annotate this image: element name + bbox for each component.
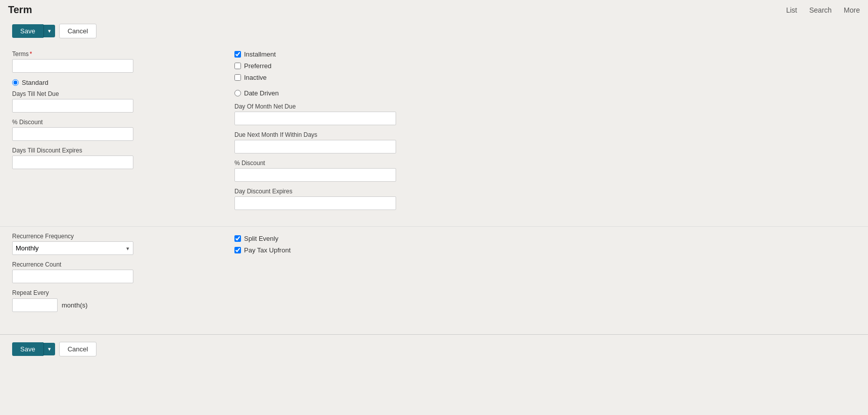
dropdown-arrow-icon-bottom: ▾ [48, 346, 51, 352]
due-next-month-input[interactable] [234, 140, 396, 153]
due-next-month-label: Due Next Month If Within Days [234, 131, 856, 138]
days-till-discount-expires-input[interactable] [12, 155, 133, 169]
pay-tax-upfront-checkbox[interactable] [234, 247, 241, 253]
day-discount-expires-input[interactable] [234, 196, 396, 210]
inactive-label[interactable]: Inactive [244, 74, 267, 81]
installment-checkbox-row: Installment [234, 50, 856, 58]
toolbar: Save ▾ Cancel [0, 20, 868, 44]
recurrence-count-label: Recurrence Count [12, 261, 204, 268]
form-col-right: Installment Preferred Inactive Date Driv… [224, 50, 856, 216]
bottom-action-bar: Save ▾ Cancel [0, 334, 868, 364]
day-discount-expires-group: Day Discount Expires [234, 188, 856, 210]
recurrence-frequency-group: Recurrence Frequency Monthly Weekly Dail… [12, 233, 204, 255]
days-till-net-due-group: Days Till Net Due [12, 90, 204, 113]
months-suffix-label: month(s) [62, 301, 87, 309]
percent-discount-left-label: % Discount [12, 119, 204, 126]
list-link[interactable]: List [786, 6, 797, 14]
cancel-button[interactable]: Cancel [59, 24, 97, 38]
page-title: Term [8, 4, 32, 16]
bottom-section: Recurrence Frequency Monthly Weekly Dail… [0, 227, 868, 324]
installment-checkbox[interactable] [234, 51, 241, 58]
days-till-discount-expires-label: Days Till Discount Expires [12, 147, 204, 154]
terms-label: Terms* [12, 50, 204, 58]
recurrence-frequency-select[interactable]: Monthly Weekly Daily Yearly [12, 241, 133, 255]
form-col-left: Terms* Standard Days Till Net Due % Disc… [12, 50, 204, 216]
repeat-every-group: Repeat Every month(s) [12, 289, 204, 312]
standard-label[interactable]: Standard [22, 79, 49, 86]
split-evenly-checkbox-row: Split Evenly [234, 235, 856, 242]
search-link[interactable]: Search [809, 6, 832, 14]
date-driven-radio-row: Date Driven [234, 89, 856, 97]
standard-radio-row: Standard [12, 79, 204, 86]
inactive-checkbox[interactable] [234, 74, 241, 81]
form-row: Terms* Standard Days Till Net Due % Disc… [12, 50, 856, 216]
due-next-month-group: Due Next Month If Within Days [234, 131, 856, 153]
day-of-month-net-due-label: Day Of Month Net Due [234, 103, 856, 110]
days-till-net-due-label: Days Till Net Due [12, 90, 204, 97]
percent-discount-right-label: % Discount [234, 160, 856, 167]
preferred-checkbox[interactable] [234, 63, 241, 69]
split-evenly-checkbox[interactable] [234, 235, 241, 242]
date-driven-label[interactable]: Date Driven [244, 89, 279, 97]
recurrence-left: Recurrence Frequency Monthly Weekly Dail… [12, 233, 204, 318]
cancel-button-bottom[interactable]: Cancel [59, 342, 97, 356]
recurrence-frequency-select-wrapper: Monthly Weekly Daily Yearly ▾ [12, 241, 133, 255]
save-button-bottom[interactable]: Save [12, 342, 43, 356]
installment-label[interactable]: Installment [244, 50, 276, 58]
main-content: Terms* Standard Days Till Net Due % Disc… [0, 44, 868, 216]
top-bar: Term List Search More [0, 0, 868, 20]
recurrence-count-input[interactable] [12, 270, 133, 283]
top-bar-left: Term [8, 4, 32, 16]
repeat-every-input[interactable] [12, 298, 58, 312]
date-driven-radio[interactable] [234, 90, 241, 96]
percent-discount-left-group: % Discount [12, 119, 204, 141]
btn-group-top: Save ▾ Cancel [12, 24, 856, 38]
day-of-month-net-due-group: Day Of Month Net Due [234, 103, 856, 125]
day-of-month-net-due-input[interactable] [234, 112, 396, 125]
preferred-label[interactable]: Preferred [244, 62, 271, 70]
percent-discount-right-group: % Discount [234, 160, 856, 182]
recurrence-right: Split Evenly Pay Tax Upfront [224, 233, 856, 258]
days-till-net-due-input[interactable] [12, 99, 133, 113]
recurrence-frequency-label: Recurrence Frequency [12, 233, 204, 240]
top-bar-right: List Search More [786, 6, 860, 14]
recurrence-count-group: Recurrence Count [12, 261, 204, 283]
terms-field-group: Terms* [12, 50, 204, 73]
btn-group-bottom: Save ▾ Cancel [12, 342, 856, 356]
pay-tax-upfront-label[interactable]: Pay Tax Upfront [244, 246, 291, 254]
repeat-every-label: Repeat Every [12, 289, 204, 296]
preferred-checkbox-row: Preferred [234, 62, 856, 70]
days-till-discount-expires-group: Days Till Discount Expires [12, 147, 204, 169]
split-evenly-label[interactable]: Split Evenly [244, 235, 278, 242]
save-dropdown-button[interactable]: ▾ [43, 25, 55, 37]
dropdown-arrow-icon: ▾ [48, 28, 51, 34]
day-discount-expires-label: Day Discount Expires [234, 188, 856, 195]
inactive-checkbox-row: Inactive [234, 74, 856, 81]
terms-input[interactable] [12, 59, 133, 73]
pay-tax-upfront-checkbox-row: Pay Tax Upfront [234, 246, 856, 254]
standard-radio[interactable] [12, 79, 19, 86]
percent-discount-right-input[interactable] [234, 168, 396, 182]
more-link[interactable]: More [844, 6, 860, 14]
repeat-every-row: month(s) [12, 298, 204, 312]
percent-discount-left-input[interactable] [12, 127, 133, 141]
save-button[interactable]: Save [12, 24, 43, 38]
recurrence-row: Recurrence Frequency Monthly Weekly Dail… [12, 233, 856, 318]
save-dropdown-button-bottom[interactable]: ▾ [43, 343, 55, 355]
